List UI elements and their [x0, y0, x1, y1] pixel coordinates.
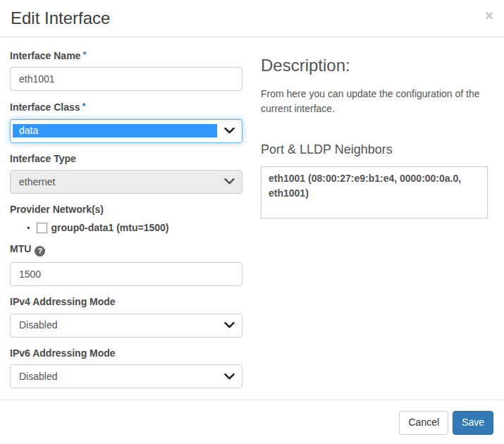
mtu-input[interactable] [10, 262, 242, 286]
ipv4-mode-group: IPv4 Addressing Mode Disabled [10, 297, 242, 337]
description-panel: Description: From here you can update th… [261, 50, 488, 400]
provider-networks-label: Provider Network(s) [10, 204, 242, 215]
mtu-group: MTU? [10, 244, 242, 286]
description-title: Description: [261, 56, 488, 75]
interface-class-group: Interface Class* data [10, 101, 242, 142]
mtu-label: MTU? [10, 244, 242, 257]
required-asterisk: * [82, 101, 86, 111]
chevron-down-icon [224, 178, 235, 185]
ipv6-mode-select[interactable]: Disabled [10, 364, 242, 388]
dialog-title: Edit Interface [11, 8, 110, 29]
interface-type-label: Interface Type [10, 154, 242, 164]
cancel-button[interactable]: Cancel [399, 411, 448, 435]
description-text: From here you can update the configurati… [261, 87, 488, 117]
lldp-neighbors-box: eth1001 (08:00:27:e9:b1:e4, 0000:00:0a.0… [261, 166, 488, 218]
close-icon[interactable]: × [485, 8, 493, 23]
interface-name-group: Interface Name* [10, 50, 242, 91]
selected-option: ethernet [19, 176, 224, 188]
dialog-header: Edit Interface × [0, 0, 504, 37]
interface-type-group: Interface Type ethernet [10, 154, 242, 194]
interface-class-label: Interface Class* [10, 101, 242, 113]
provider-network-checkbox[interactable] [37, 223, 47, 233]
list-bullet: • [27, 223, 30, 233]
edit-interface-dialog: Edit Interface × Interface Name* Interfa… [0, 0, 504, 444]
ipv6-mode-label: IPv6 Addressing Mode [10, 348, 242, 359]
selected-option: Disabled [19, 371, 224, 383]
interface-type-select: ethernet [10, 170, 242, 194]
dialog-body: Interface Name* Interface Class* data In… [0, 37, 504, 400]
interface-class-select[interactable]: data [10, 119, 242, 143]
ipv4-mode-select[interactable]: Disabled [10, 314, 242, 338]
selected-option: Disabled [19, 319, 224, 331]
chevron-down-icon [224, 374, 235, 380]
provider-network-option-label[interactable]: group0-data1 (mtu=1500) [51, 222, 169, 233]
interface-name-label: Interface Name* [10, 50, 242, 61]
provider-networks-group: Provider Network(s) • group0-data1 (mtu=… [10, 204, 242, 233]
chevron-down-icon [224, 128, 235, 134]
dialog-footer: Cancel Save [0, 400, 504, 444]
ipv4-mode-label: IPv4 Addressing Mode [10, 297, 242, 307]
interface-name-input[interactable] [10, 67, 242, 91]
provider-network-item: • group0-data1 (mtu=1500) [10, 222, 242, 233]
help-question-icon[interactable]: ? [35, 246, 45, 257]
edit-interface-form: Interface Name* Interface Class* data In… [10, 50, 242, 400]
save-button[interactable]: Save [453, 411, 493, 435]
lldp-neighbors-title: Port & LLDP Neighbors [261, 142, 488, 157]
required-asterisk: * [82, 49, 86, 60]
ipv6-mode-group: IPv6 Addressing Mode Disabled [10, 348, 242, 388]
selected-option: data [13, 124, 217, 138]
chevron-down-icon [224, 322, 235, 328]
